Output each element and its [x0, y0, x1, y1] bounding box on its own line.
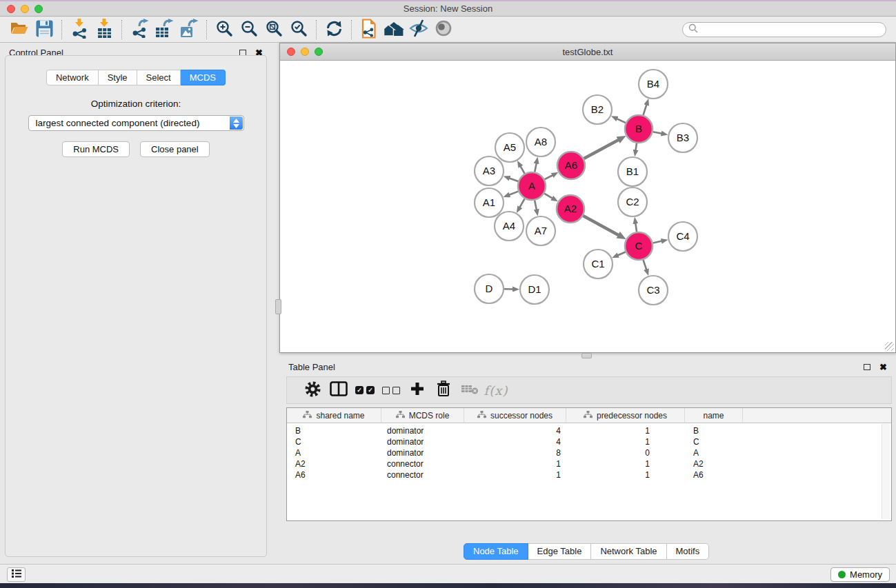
window-resize-grip[interactable]	[885, 342, 894, 351]
graph-edge-A6-B[interactable]	[584, 140, 619, 159]
column-header-predecessor-nodes[interactable]: predecessor nodes	[566, 408, 685, 423]
graph-edge-B-B2[interactable]	[617, 119, 626, 123]
graph-node-A1[interactable]: A1	[475, 188, 504, 217]
graph-node-B3[interactable]: B3	[668, 123, 697, 152]
graph-edge-A-A7[interactable]	[535, 201, 537, 210]
graph-node-A6[interactable]: A6	[557, 152, 585, 179]
import-network-button[interactable]	[67, 19, 92, 41]
table-row-A[interactable]: Adominator80A	[287, 447, 891, 458]
dropdown-stepper-icon[interactable]	[230, 116, 243, 130]
delete-row-button[interactable]	[430, 378, 457, 402]
task-history-button[interactable]	[7, 567, 26, 582]
cell-mcds-role[interactable]: dominator	[381, 447, 464, 458]
cell-mcds-role[interactable]: connector	[381, 469, 464, 480]
graph-node-A3[interactable]: A3	[475, 156, 504, 185]
optimization-criterion-dropdown[interactable]: largest connected component (directed)	[28, 115, 244, 131]
add-column-button[interactable]	[404, 378, 430, 402]
cell-shared-name[interactable]: C	[287, 436, 381, 447]
column-header-successor-nodes[interactable]: successor nodes	[464, 408, 566, 423]
cell-predecessor-nodes[interactable]: 1	[566, 436, 685, 447]
graph-node-A5[interactable]: A5	[495, 133, 524, 162]
graph-node-C4[interactable]: C4	[668, 222, 697, 251]
graph-edge-A-A4[interactable]	[519, 199, 524, 207]
cell-successor-nodes[interactable]: 8	[464, 447, 566, 458]
search-input[interactable]	[701, 25, 880, 34]
zoom-in-button[interactable]	[212, 19, 237, 41]
graph-edge-C-C2[interactable]	[635, 223, 637, 232]
graph-node-A7[interactable]: A7	[526, 216, 555, 245]
cell-predecessor-nodes[interactable]: 1	[566, 469, 685, 480]
export-network-button[interactable]	[127, 19, 152, 41]
cell-mcds-role[interactable]: dominator	[381, 425, 464, 436]
cell-predecessor-nodes[interactable]: 1	[566, 458, 685, 469]
tab-network-table[interactable]: Network Table	[591, 543, 666, 560]
network-window-titlebar[interactable]: testGlobe.txt	[280, 43, 895, 61]
cell-shared-name[interactable]: A2	[287, 458, 381, 469]
table-row-A2[interactable]: A2connector11A2	[287, 458, 891, 469]
export-image-button[interactable]	[177, 19, 201, 41]
graph-edge-A-A2[interactable]	[544, 194, 552, 199]
table-row-B[interactable]: Bdominator41B	[287, 425, 891, 436]
table-scrollbar[interactable]	[882, 424, 890, 519]
network-document-button[interactable]	[357, 19, 381, 41]
graph-edge-A-A8[interactable]	[535, 163, 537, 172]
graph-node-D1[interactable]: D1	[520, 275, 549, 304]
graph-node-C1[interactable]: C1	[584, 250, 613, 278]
tab-node-table[interactable]: Node Table	[464, 543, 528, 560]
graph-node-C3[interactable]: C3	[639, 276, 668, 305]
cell-predecessor-nodes[interactable]: 1	[566, 425, 685, 436]
cell-mcds-role[interactable]: connector	[381, 458, 464, 469]
graph-edge-C-C3[interactable]	[644, 260, 647, 270]
graph-node-D[interactable]: D	[475, 274, 504, 303]
cell-name[interactable]: C	[685, 436, 743, 447]
graph-edge-B-B1[interactable]	[636, 143, 637, 151]
graph-node-C2[interactable]: C2	[618, 187, 647, 216]
graph-node-A8[interactable]: A8	[526, 128, 555, 156]
cell-mcds-role[interactable]: dominator	[381, 436, 464, 447]
table-settings-button[interactable]	[299, 378, 326, 402]
deselect-all-button[interactable]	[378, 378, 404, 402]
cell-name[interactable]: B	[685, 425, 743, 436]
column-header-shared-name[interactable]: shared name	[287, 408, 381, 423]
open-file-button[interactable]	[7, 19, 32, 41]
houses-button[interactable]	[381, 19, 406, 41]
cell-successor-nodes[interactable]: 1	[464, 458, 566, 469]
graph-edge-A2-C[interactable]	[583, 216, 619, 235]
graph-edge-A-A1[interactable]	[509, 192, 519, 195]
run-mcds-button[interactable]: Run MCDS	[62, 141, 130, 157]
table-row-A6[interactable]: A6connector11A6	[287, 469, 891, 480]
cell-name[interactable]: A6	[685, 469, 743, 480]
memory-button[interactable]: Memory	[830, 567, 890, 582]
cell-shared-name[interactable]: A6	[287, 469, 381, 480]
graph-edge-A-A6[interactable]	[545, 175, 553, 179]
tab-network[interactable]: Network	[46, 70, 99, 85]
graph-edge-C-C1[interactable]	[617, 252, 625, 256]
graph-node-B[interactable]: B	[625, 115, 653, 143]
select-all-button[interactable]: ✓✓	[352, 378, 378, 402]
graph-edge-A-A3[interactable]	[509, 178, 518, 181]
graph-node-B4[interactable]: B4	[639, 70, 668, 99]
delete-column-button[interactable]	[457, 378, 483, 402]
vertical-splitter-grip[interactable]	[275, 299, 281, 314]
graph-edge-B-B3[interactable]	[653, 132, 662, 134]
zoom-fit-button[interactable]	[261, 19, 286, 41]
close-panel-button[interactable]: Close panel	[140, 141, 210, 157]
network-canvas[interactable]: B4B2BB3A8A5A6A3B1AC2A1A2A4A7C4CC1C3DD1	[280, 61, 895, 352]
import-table-button[interactable]	[92, 19, 117, 41]
cell-successor-nodes[interactable]: 1	[464, 469, 566, 480]
export-table-button[interactable]	[152, 19, 177, 41]
graph-node-B2[interactable]: B2	[583, 95, 612, 124]
eye-slash-button[interactable]	[406, 19, 431, 41]
graph-edge-A-A5[interactable]	[520, 166, 524, 174]
cell-name[interactable]: A2	[685, 458, 743, 469]
zoom-selected-button[interactable]	[286, 19, 311, 41]
cell-name[interactable]: A	[685, 447, 743, 458]
refresh-layout-button[interactable]	[321, 19, 346, 41]
graph-node-A2[interactable]: A2	[557, 195, 584, 223]
cell-shared-name[interactable]: A	[287, 447, 381, 458]
column-header-name[interactable]: name	[685, 408, 743, 423]
eye-button[interactable]	[431, 19, 456, 41]
search-field[interactable]	[682, 22, 886, 37]
zoom-out-button[interactable]	[237, 19, 261, 41]
graph-node-C[interactable]: C	[625, 232, 653, 260]
